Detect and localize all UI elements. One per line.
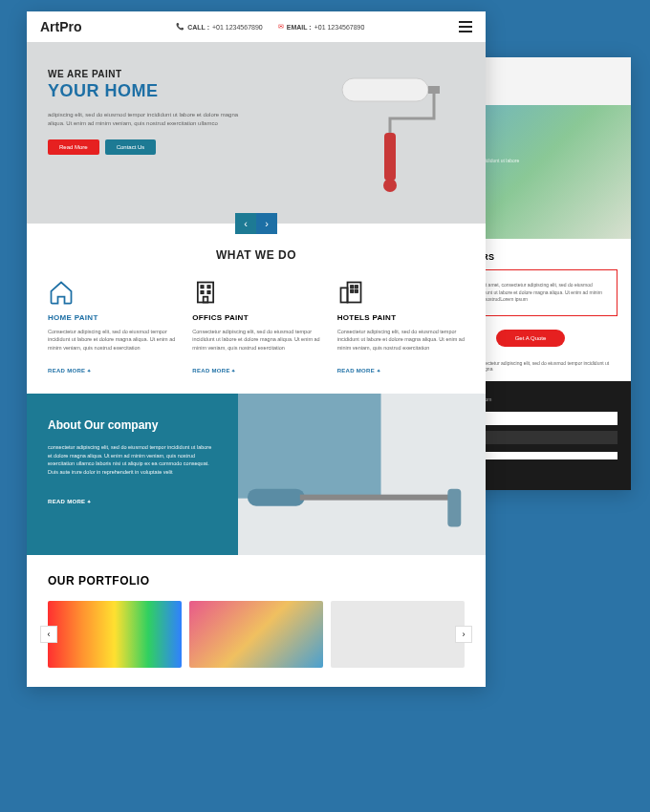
about-section: About Our company consectetur adipiscing… <box>27 394 486 555</box>
service-desc: Consectetur adipiscing elit, sed do eius… <box>192 328 319 352</box>
svg-rect-10 <box>204 297 208 303</box>
phone-icon: 📞 <box>176 23 184 31</box>
about-desc: consectetur adipiscing elit, sed do eius… <box>48 443 217 477</box>
service-hotels-paint: HOTELS PAINT Consectetur adipiscing elit… <box>337 279 465 376</box>
svg-rect-1 <box>428 86 440 94</box>
svg-rect-2 <box>384 133 396 181</box>
logo[interactable]: ArtPro <box>40 19 82 34</box>
hotel-icon <box>337 279 465 306</box>
read-more-button[interactable]: Read More <box>48 139 99 155</box>
portfolio-item[interactable] <box>331 601 465 668</box>
portfolio-section: OUR PORTFOLIO ‹ › <box>27 555 486 687</box>
services-row: HOME PAINT Consectetur adipiscing elit, … <box>27 279 486 394</box>
portfolio-item[interactable] <box>48 601 182 668</box>
svg-rect-16 <box>355 290 357 292</box>
svg-rect-5 <box>198 283 213 303</box>
svg-rect-19 <box>248 488 305 505</box>
about-text-panel: About Our company consectetur adipiscing… <box>27 394 238 555</box>
svg-rect-9 <box>208 291 210 293</box>
svg-point-4 <box>383 179 397 192</box>
service-title: HOTELS PAINT <box>337 313 465 322</box>
svg-rect-13 <box>351 286 353 288</box>
service-desc: Consectetur adipiscing elit, sed do eius… <box>48 328 175 352</box>
hero-carousel-nav: ‹ › <box>235 213 277 234</box>
paint-roller-image <box>314 61 457 204</box>
svg-rect-7 <box>208 286 210 288</box>
portfolio-title: OUR PORTFOLIO <box>48 574 465 588</box>
portfolio-prev-button[interactable]: ‹ <box>40 626 57 643</box>
about-read-more-link[interactable]: READ MORE <box>48 499 91 504</box>
service-desc: Consectetur adipiscing elit, sed do eius… <box>337 328 465 352</box>
hero-desc: adipiscing elit, sed do eiusmod tempor i… <box>48 111 239 128</box>
carousel-next-button[interactable]: › <box>256 213 277 234</box>
email-info: ✉ EMAIL : +01 1234567890 <box>278 23 365 31</box>
call-info: 📞 CALL : +01 1234567890 <box>176 23 263 31</box>
svg-rect-14 <box>355 286 357 288</box>
portfolio-carousel: ‹ › <box>48 601 465 668</box>
svg-rect-18 <box>238 394 381 499</box>
svg-rect-8 <box>202 291 204 293</box>
read-more-link[interactable]: READ MORE <box>337 368 380 374</box>
service-office-paint: OFFICS PAINT Consectetur adipiscing elit… <box>192 279 319 376</box>
svg-rect-21 <box>447 488 461 526</box>
service-title: OFFICS PAINT <box>192 313 319 322</box>
about-title: About Our company <box>48 418 217 432</box>
portfolio-next-button[interactable]: › <box>455 626 472 643</box>
svg-rect-0 <box>342 78 428 101</box>
svg-rect-15 <box>351 290 353 292</box>
svg-rect-11 <box>340 288 347 302</box>
main-page: ArtPro 📞 CALL : +01 1234567890 ✉ EMAIL :… <box>27 11 486 687</box>
portfolio-item[interactable] <box>189 601 323 668</box>
get-quote-button[interactable]: Get A Quote <box>496 330 566 347</box>
service-title: HOME PAINT <box>48 313 175 322</box>
header: ArtPro 📞 CALL : +01 1234567890 ✉ EMAIL :… <box>27 11 486 42</box>
mail-icon: ✉ <box>278 23 284 31</box>
read-more-link[interactable]: READ MORE <box>48 368 91 374</box>
contact-us-button[interactable]: Contact Us <box>105 139 157 155</box>
svg-rect-12 <box>347 283 360 303</box>
home-icon <box>48 279 175 306</box>
header-contact: 📞 CALL : +01 1234567890 ✉ EMAIL : +01 12… <box>176 23 364 31</box>
building-icon <box>192 279 319 306</box>
about-image <box>238 394 486 555</box>
hamburger-menu-icon[interactable] <box>459 21 472 32</box>
read-more-link[interactable]: READ MORE <box>192 368 235 374</box>
service-home-paint: HOME PAINT Consectetur adipiscing elit, … <box>48 279 175 376</box>
hero-section: WE ARE PAINT YOUR HOME adipiscing elit, … <box>27 42 486 224</box>
svg-rect-20 <box>300 494 453 500</box>
svg-rect-6 <box>202 286 204 288</box>
carousel-prev-button[interactable]: ‹ <box>235 213 256 234</box>
